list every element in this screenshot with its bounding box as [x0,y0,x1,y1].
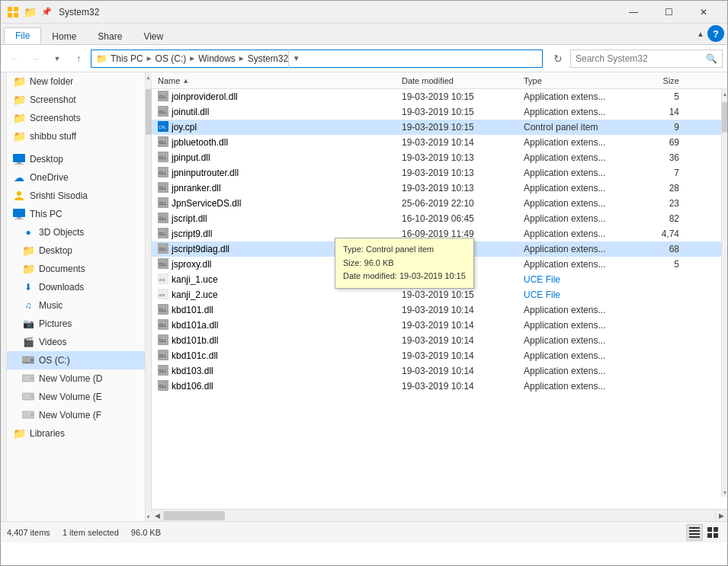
search-icon[interactable]: 🔍 [706,53,717,64]
search-input[interactable] [576,53,706,64]
sidebar-item-new-volume-f[interactable]: New Volume (F [7,406,145,424]
table-row[interactable]: DLL kbd106.dll 19-03-2019 10:14 Applicat… [152,379,727,394]
ribbon-collapse-icon[interactable]: ▲ [697,30,704,38]
up-button[interactable]: ↑ [69,50,88,68]
table-row[interactable]: DLL JpnServiceDS.dll 25-06-2019 22:10 Ap… [152,196,727,211]
column-header-type[interactable]: Type [518,72,640,88]
sidebar-item-pictures[interactable]: 📷 Pictures [7,315,145,333]
sidebar-item-shibbu[interactable]: 📁 shibbu stuff [7,127,145,145]
file-icon: DLL [158,258,168,271]
refresh-button[interactable]: ↻ [549,50,567,68]
file-type: Application extens... [518,320,640,331]
large-icons-view-button[interactable] [704,524,721,541]
svg-text:DLL: DLL [159,323,166,328]
table-row[interactable]: DLL jpbluetooth.dll 19-03-2019 10:14 App… [152,135,727,150]
tab-share[interactable]: Share [87,29,133,44]
path-os-c[interactable]: OS (C:) [156,53,187,64]
drive-removable-icon [22,373,34,385]
hscroll-left-button[interactable]: ◀ [152,510,164,522]
view-toggle-buttons [686,524,721,541]
column-header-size[interactable]: Size [640,72,685,88]
svg-text:DLL: DLL [159,384,166,389]
tab-file[interactable]: File [4,27,41,44]
svg-rect-10 [14,219,24,219]
sidebar-item-new-volume-d[interactable]: New Volume (D [7,369,145,388]
sidebar-item-libraries[interactable]: 📁 Libraries [7,424,145,443]
file-name: DLL jpnranker.dll [152,182,396,195]
sidebar-item-videos[interactable]: 🎬 Videos [7,333,145,351]
sidebar-item-desktop[interactable]: Desktop [7,150,145,168]
table-row[interactable]: CPL joy.cpl 19-03-2019 10:15 Control pan… [152,120,727,135]
file-size: 5 [640,91,685,102]
back-button[interactable]: ← [5,50,24,68]
hscroll-thumb[interactable] [164,511,225,520]
file-date: 19-03-2019 10:15 [396,107,518,117]
table-row[interactable]: DLL kbd101.dll 19-03-2019 10:14 Applicat… [152,302,727,318]
file-size: 5 [640,259,685,270]
details-view-button[interactable] [686,524,703,541]
file-name: DLL kbd101a.dll [152,319,396,332]
tab-home[interactable]: Home [41,29,87,44]
sidebar-item-user[interactable]: Srishti Sisodia [7,187,145,205]
tooltip-popup: Type: Control panel item Size: 96.0 KB D… [335,238,474,289]
file-date: 19-03-2019 10:14 [396,335,518,346]
column-header-name[interactable]: Name ▲ [152,72,396,88]
sidebar-item-screenshot[interactable]: 📁 Screenshot [7,91,145,109]
path-this-pc[interactable]: This PC [111,53,143,64]
svg-rect-60 [689,527,700,529]
file-icon: DLL [158,136,168,149]
table-row[interactable]: DLL jpinput.dll 19-03-2019 10:13 Applica… [152,150,727,165]
minimize-button[interactable]: — [616,1,651,24]
table-row[interactable]: DLL jpninputrouter.dll 19-03-2019 10:13 … [152,165,727,181]
table-row[interactable]: DLL kbd101c.dll 19-03-2019 10:14 Applica… [152,348,727,363]
file-icon: DLL [158,228,168,241]
file-name: DLL JpnServiceDS.dll [152,197,396,210]
svg-point-17 [31,395,34,398]
sidebar-item-new-folder[interactable]: 📁 New folder [7,72,145,91]
table-row[interactable]: DLL kbd101a.dll 19-03-2019 10:14 Applica… [152,318,727,333]
sidebar-item-os-c[interactable]: OS (C:) [7,351,145,369]
title-bar: 📁 📌 System32 — ☐ ✕ [1,1,727,24]
sidebar-item-music[interactable]: ♫ Music [7,296,145,315]
tab-view[interactable]: View [133,29,174,44]
maximize-button[interactable]: ☐ [651,1,686,24]
column-header-date[interactable]: Date modified [396,72,518,88]
svg-rect-63 [689,536,700,538]
svg-text:DLL: DLL [159,201,166,206]
table-row[interactable]: DLL jscript.dll 16-10-2019 06:45 Applica… [152,211,727,226]
sidebar-item-onedrive[interactable]: ☁ OneDrive [7,168,145,187]
sidebar-item-new-volume-e[interactable]: New Volume (E [7,388,145,406]
svg-text:DLL: DLL [159,171,166,175]
column-headers: Name ▲ Date modified Type Size [152,72,727,89]
file-date: 19-03-2019 10:14 [396,137,518,148]
address-dropdown-button[interactable]: ▼ [288,50,303,68]
path-windows[interactable]: Windows [198,53,236,64]
sidebar-item-screenshots[interactable]: 📁 Screenshots [7,109,145,127]
help-button[interactable]: ? [707,25,724,42]
svg-rect-3 [14,13,18,18]
hscroll-track[interactable] [164,510,715,522]
sidebar-item-this-pc[interactable]: This PC [7,205,145,223]
sidebar-item-documents[interactable]: 📁 Documents [7,260,145,278]
recent-locations-button[interactable]: ▼ [48,50,66,68]
close-button[interactable]: ✕ [686,1,721,24]
search-box[interactable]: 🔍 [570,50,723,68]
table-row[interactable]: DLL kbd103.dll 19-03-2019 10:14 Applicat… [152,363,727,379]
table-row[interactable]: DLL kbd101b.dll 19-03-2019 10:14 Applica… [152,333,727,348]
sidebar-item-downloads[interactable]: ⬇ Downloads [7,278,145,296]
table-row[interactable]: DLL joinutil.dll 19-03-2019 10:15 Applic… [152,104,727,120]
hscroll-right-button[interactable]: ▶ [715,510,727,522]
sidebar-item-3d-objects[interactable]: ● 3D Objects [7,223,145,241]
table-row[interactable]: DLL jpnranker.dll 19-03-2019 10:13 Appli… [152,181,727,196]
file-name: DLL jpninputrouter.dll [152,167,396,180]
sidebar-item-desktop2[interactable]: 📁 Desktop [7,241,145,260]
file-name: DLL jpbluetooth.dll [152,136,396,149]
file-icon: DLL [158,106,168,119]
table-row[interactable]: UCE kanji_2.uce 19-03-2019 10:15 UCE Fil… [152,287,727,302]
address-path[interactable]: 📁 This PC ► OS (C:) ► Windows ► System32… [91,50,543,68]
horizontal-scrollbar[interactable]: ◀ ▶ [152,509,727,521]
forward-button[interactable]: → [27,50,45,68]
path-system32[interactable]: System32 [248,53,288,64]
table-row[interactable]: DLL joinproviderol.dll 19-03-2019 10:15 … [152,89,727,104]
svg-rect-0 [8,7,12,11]
